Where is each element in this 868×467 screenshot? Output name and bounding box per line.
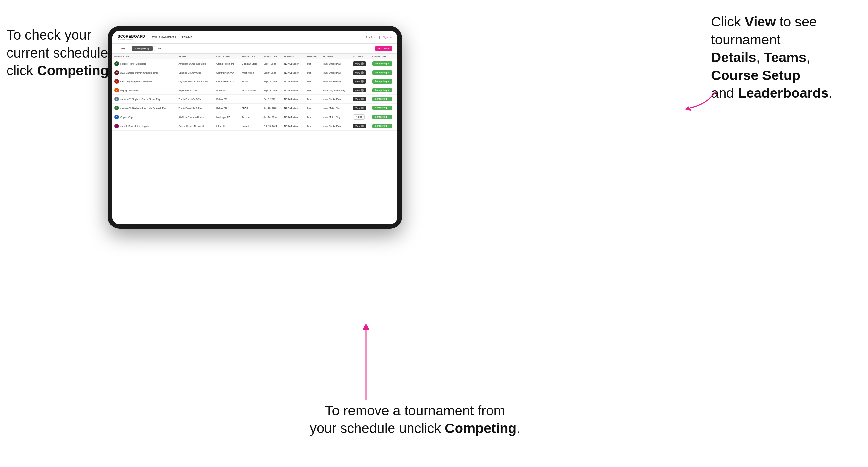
cell-division: NCAA Division I: [282, 60, 305, 68]
annotation-bottom-line2: your schedule unclick: [310, 421, 445, 436]
cell-competing[interactable]: Competing ✓: [370, 77, 397, 86]
competing-button[interactable]: Competing ✓: [372, 79, 392, 84]
cell-actions[interactable]: View i: [351, 60, 370, 68]
cell-competing[interactable]: Competing ✓: [370, 86, 397, 95]
cell-venue: Papago Golf Club: [177, 86, 215, 95]
cell-event-name: PPapago Individual: [113, 86, 177, 95]
cell-division: NCAA Division I: [282, 68, 305, 77]
annotation-bottom-bold: Competing: [445, 421, 516, 436]
view-button[interactable]: View i: [353, 88, 366, 92]
cell-start-date: Sep 18, 2023: [261, 86, 282, 95]
user-label: Test User: [366, 36, 377, 38]
nav-tournaments[interactable]: TOURNAMENTS: [152, 36, 176, 39]
cell-start-date: Oct 11, 2023: [261, 103, 282, 113]
competing-button[interactable]: Competing ✓: [372, 97, 392, 101]
cell-actions[interactable]: View i: [351, 77, 370, 86]
cell-venue: American Dunes Golf Club: [177, 60, 215, 68]
cell-actions[interactable]: ✎ Edit: [351, 113, 370, 122]
create-button[interactable]: + Create: [375, 46, 392, 51]
view-button[interactable]: View i: [353, 97, 366, 101]
bottom-arrow: [358, 321, 374, 403]
tab-competing[interactable]: Competing: [132, 46, 153, 51]
table-row: JJackson T. Stephens Cup – Men's Match P…: [113, 103, 397, 113]
cell-competing[interactable]: Competing ✓: [370, 95, 397, 103]
cell-event-name: ACopper Cup: [113, 113, 177, 122]
edit-button[interactable]: ✎ Edit: [353, 114, 365, 120]
tablet-screen: SCOREBOARD Powered by clipp TOURNAMENTS …: [113, 31, 397, 224]
cell-actions[interactable]: View i: [351, 122, 370, 131]
col-gender: GENDER: [305, 54, 321, 60]
col-city-state: CITY, STATE: [214, 54, 240, 60]
cell-event-name: JJackson T. Stephens Cup – Men's Match P…: [113, 103, 177, 113]
nav-teams[interactable]: TEAMS: [182, 36, 193, 39]
table-row: FFolds of Honor CollegiateAmerican Dunes…: [113, 60, 397, 68]
col-scoring: SCORING: [320, 54, 351, 60]
cell-gender: Men: [305, 113, 321, 122]
cell-scoring: team, Match Play: [320, 103, 351, 113]
cell-division: NCAA Division I: [282, 86, 305, 95]
cell-gender: Men: [305, 77, 321, 86]
competing-button[interactable]: Competing ✓: [372, 70, 392, 75]
view-button[interactable]: View i: [353, 61, 366, 66]
cell-actions[interactable]: View i: [351, 95, 370, 103]
cell-hosted-by: Hawaii: [240, 122, 262, 131]
cell-competing[interactable]: Competing ✓: [370, 103, 397, 113]
cell-division: NCAA Division I: [282, 103, 305, 113]
cell-competing[interactable]: Competing ✓: [370, 122, 397, 131]
cell-event-name: W2023 Sahalee Players Championship: [113, 68, 177, 77]
annotation-line2: current schedule,: [6, 45, 112, 60]
cell-start-date: Sep 4, 2023: [261, 60, 282, 68]
svg-marker-1: [685, 106, 691, 111]
logo-sub: Powered by clipp: [118, 38, 145, 40]
table-container: EVENT NAME VENUE CITY, STATE HOSTED BY S…: [113, 54, 397, 224]
cell-actions[interactable]: View i: [351, 86, 370, 95]
cell-venue: Ocean Course At Hokuala: [177, 122, 215, 131]
tab-all[interactable]: All: [154, 46, 164, 51]
view-button[interactable]: View i: [353, 79, 366, 84]
cell-actions[interactable]: View i: [351, 103, 370, 113]
sign-out-link[interactable]: Sign out: [383, 36, 392, 38]
cell-competing[interactable]: Competing ✓: [370, 113, 397, 122]
competing-button[interactable]: Competing ✓: [372, 105, 392, 110]
cell-gender: Men: [305, 103, 321, 113]
cell-city-state: Olympia Fields, IL: [214, 77, 240, 86]
table-row: HJohn A. Burns IntercollegiateOcean Cour…: [113, 122, 397, 131]
cell-venue: Ak-Chin Southern Dunes: [177, 113, 215, 122]
annotation-bottom: To remove a tournament from your schedul…: [268, 402, 562, 438]
cell-division: NCAA Division I: [282, 113, 305, 122]
toolbar: Ho... Competing All + Create: [113, 44, 397, 54]
cell-scoring: team, Match Play: [320, 113, 351, 122]
competing-button[interactable]: Competing ✓: [372, 115, 392, 119]
col-start-date: START DATE: [261, 54, 282, 60]
cell-event-name: FFolds of Honor Collegiate: [113, 60, 177, 68]
col-venue: VENUE: [177, 54, 215, 60]
cell-actions[interactable]: View i: [351, 68, 370, 77]
cell-city-state: Maricopa, AZ: [214, 113, 240, 122]
view-button[interactable]: View i: [353, 70, 366, 75]
cell-division: NCAA Division I: [282, 77, 305, 86]
competing-button[interactable]: Competing ✓: [372, 88, 392, 92]
cell-event-name: JJackson T. Stephens Cup – Stroke Play: [113, 95, 177, 103]
annotation-bold: Competing: [37, 63, 108, 78]
competing-button[interactable]: Competing ✓: [372, 61, 392, 66]
cell-city-state: Phoenix, AZ: [214, 86, 240, 95]
col-hosted-by: HOSTED BY: [240, 54, 262, 60]
cell-competing[interactable]: Competing ✓: [370, 60, 397, 68]
col-competing: COMPETING: [370, 54, 397, 60]
tab-home[interactable]: Ho...: [118, 46, 130, 51]
cell-division: NCAA Division I: [282, 122, 305, 131]
cell-hosted-by: Arizona State: [240, 86, 262, 95]
cell-scoring: team, Stroke Play: [320, 68, 351, 77]
view-button[interactable]: View i: [353, 124, 366, 128]
table-row: ACopper CupAk-Chin Southern DunesMaricop…: [113, 113, 397, 122]
col-event-name: EVENT NAME: [113, 54, 177, 60]
cell-scoring: team, Stroke Play: [320, 122, 351, 131]
view-button[interactable]: View i: [353, 105, 366, 110]
cell-scoring: individual, Stroke Play: [320, 86, 351, 95]
col-actions: ACTIONS: [351, 54, 370, 60]
cell-competing[interactable]: Competing ✓: [370, 68, 397, 77]
cell-hosted-by: [240, 95, 262, 103]
competing-button[interactable]: Competing ✓: [372, 124, 392, 128]
cell-gender: Men: [305, 60, 321, 68]
cell-start-date: Jan 14, 2024: [261, 113, 282, 122]
